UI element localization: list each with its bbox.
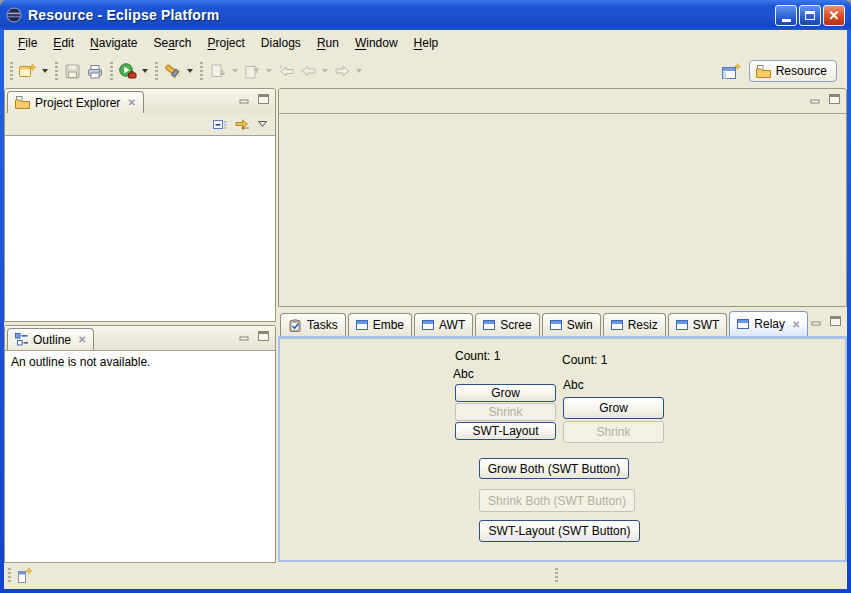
- menu-edit[interactable]: Edit: [45, 33, 82, 53]
- swt-layout-button-left[interactable]: SWT-Layout: [455, 422, 556, 440]
- shrink-both-button: Shrink Both (SWT Button): [479, 489, 635, 512]
- menu-run[interactable]: Run: [309, 33, 347, 53]
- menu-dialogs[interactable]: Dialogs: [253, 33, 309, 53]
- menu-navigate[interactable]: Navigate: [82, 33, 145, 53]
- outline-icon: [15, 333, 28, 346]
- toolbar-drag-handle[interactable]: [55, 62, 58, 80]
- tab-label: Embe: [373, 318, 404, 332]
- close-button[interactable]: ✕: [823, 5, 845, 26]
- previous-annotation-dropdown: [266, 69, 272, 73]
- window-icon: [676, 320, 688, 330]
- maximize-editor-button[interactable]: [829, 94, 840, 104]
- previous-annotation-icon: [244, 64, 260, 79]
- maximize-button[interactable]: [799, 5, 821, 26]
- minimize-editor-button[interactable]: [810, 94, 821, 104]
- view-menu-button[interactable]: [258, 121, 267, 127]
- grow-button-left[interactable]: Grow: [455, 384, 556, 402]
- search-button[interactable]: [162, 59, 184, 83]
- run-button[interactable]: [117, 59, 139, 83]
- run-dropdown[interactable]: [142, 69, 148, 73]
- editor-content[interactable]: [279, 113, 846, 306]
- tab-label: Relay: [754, 317, 785, 331]
- forward-dropdown: [356, 69, 362, 73]
- collapse-all-icon: [213, 118, 227, 131]
- project-explorer-content[interactable]: [5, 135, 275, 321]
- tab-scree[interactable]: Scree: [475, 313, 539, 336]
- main-area: Project Explorer ✕: [4, 86, 847, 563]
- menu-file[interactable]: File: [10, 33, 45, 53]
- tab-label: Resiz: [628, 318, 658, 332]
- tab-resiz[interactable]: Resiz: [603, 313, 666, 336]
- print-button[interactable]: [84, 59, 106, 83]
- tab-swin[interactable]: Swin: [542, 313, 601, 336]
- minimize-button[interactable]: [775, 5, 797, 26]
- print-icon: [87, 64, 103, 79]
- swt-layout-both-button[interactable]: SWT-Layout (SWT Button): [479, 520, 640, 542]
- toolbar-drag-handle[interactable]: [10, 62, 13, 80]
- project-explorer-tab[interactable]: Project Explorer ✕: [7, 91, 144, 113]
- maximize-view-button[interactable]: [258, 331, 269, 341]
- eclipse-logo-icon: [6, 7, 22, 23]
- next-annotation-button: [207, 59, 229, 83]
- search-dropdown[interactable]: [187, 69, 193, 73]
- titlebar: Resource - Eclipse Platform ✕: [0, 0, 851, 30]
- close-tab-icon[interactable]: ✕: [792, 319, 800, 330]
- menu-project[interactable]: Project: [199, 33, 252, 53]
- minimize-view-button[interactable]: [239, 331, 250, 341]
- relay-panel-content: Count: 1 Abc Grow Shrink SWT-Layout Coun…: [278, 336, 847, 562]
- tasks-icon: [288, 319, 302, 332]
- tab-relay[interactable]: Relay ✕: [729, 311, 808, 336]
- maximize-icon: [805, 11, 815, 20]
- menu-help[interactable]: Help: [406, 33, 447, 53]
- statusbar-drag-handle[interactable]: [555, 568, 558, 584]
- new-wizard-button[interactable]: [17, 59, 39, 83]
- outline-view: Outline ✕ An outline is not available.: [4, 325, 276, 563]
- main-toolbar: Resource: [4, 56, 847, 86]
- menubar: File Edit Navigate Search Project Dialog…: [4, 30, 847, 56]
- tab-tasks[interactable]: Tasks: [280, 313, 346, 336]
- project-explorer-toolbar: [5, 113, 275, 135]
- statusbar: [4, 563, 847, 589]
- window-icon: [356, 320, 368, 330]
- window-icon: [550, 320, 562, 330]
- statusbar-drag-handle[interactable]: [8, 568, 11, 584]
- outline-title: Outline: [33, 333, 71, 347]
- grow-button-right[interactable]: Grow: [563, 397, 664, 419]
- resource-folder-icon: [756, 65, 771, 78]
- close-view-icon[interactable]: ✕: [127, 97, 135, 108]
- link-with-editor-button[interactable]: [235, 118, 250, 131]
- close-icon: ✕: [829, 9, 840, 22]
- maximize-view-button[interactable]: [258, 94, 269, 104]
- close-view-icon[interactable]: ✕: [78, 334, 86, 345]
- toolbar-drag-handle[interactable]: [110, 62, 113, 80]
- shrink-button-right: Shrink: [563, 421, 664, 443]
- outline-header: Outline ✕: [5, 326, 275, 350]
- fast-view-icon: [17, 567, 35, 584]
- outline-tab[interactable]: Outline ✕: [7, 328, 94, 350]
- tab-embe[interactable]: Embe: [348, 313, 412, 336]
- menu-search[interactable]: Search: [145, 33, 199, 53]
- tab-awt[interactable]: AWT: [414, 313, 473, 336]
- bottom-tab-row: Tasks Embe AWT Scree: [278, 309, 847, 336]
- fast-view-button[interactable]: [17, 567, 35, 584]
- new-wizard-dropdown[interactable]: [42, 69, 48, 73]
- grow-both-button[interactable]: Grow Both (SWT Button): [479, 458, 629, 479]
- abc-label-right: Abc: [563, 378, 584, 392]
- last-edit-location-icon: [278, 64, 295, 78]
- run-icon: [119, 63, 137, 79]
- open-perspective-button[interactable]: [720, 59, 743, 83]
- toolbar-drag-handle[interactable]: [200, 62, 203, 80]
- resource-perspective-button[interactable]: Resource: [749, 60, 837, 82]
- minimize-panel-button[interactable]: [811, 316, 822, 326]
- menu-window[interactable]: Window: [347, 33, 406, 53]
- tab-swt[interactable]: SWT: [668, 313, 728, 336]
- view-menu-icon: [258, 121, 267, 127]
- project-explorer-view: Project Explorer ✕: [4, 88, 276, 322]
- save-icon: [65, 64, 81, 79]
- maximize-panel-button[interactable]: [830, 316, 841, 326]
- collapse-all-button[interactable]: [213, 118, 227, 131]
- minimize-view-button[interactable]: [239, 94, 250, 104]
- toolbar-drag-handle[interactable]: [155, 62, 158, 80]
- next-annotation-dropdown: [232, 69, 238, 73]
- window-icon: [422, 320, 434, 330]
